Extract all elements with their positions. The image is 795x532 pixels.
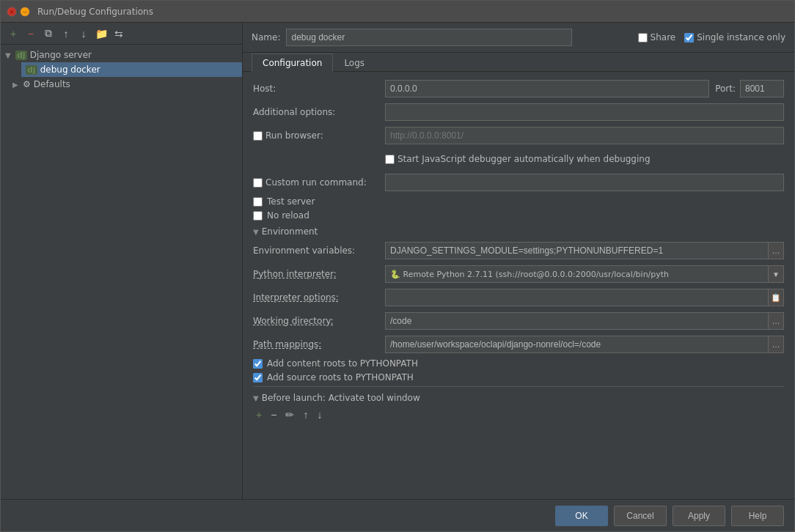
tabs-bar: Configuration Logs: [243, 53, 794, 72]
before-launch-arrow[interactable]: ▼: [253, 394, 259, 402]
copy-config-button[interactable]: ⧉: [40, 26, 56, 42]
before-launch-section: ▼ Before launch: Activate tool window + …: [253, 386, 784, 422]
run-browser-checkbox-label[interactable]: Run browser:: [253, 130, 385, 141]
custom-run-row: Custom run command:: [253, 173, 784, 192]
single-instance-checkbox-label[interactable]: Single instance only: [684, 32, 785, 43]
before-launch-header: ▼ Before launch: Activate tool window: [253, 393, 784, 403]
before-launch-down-button[interactable]: ↓: [314, 407, 325, 422]
python-interpreter-row: Python interpreter: 🐍 Remote Python 2.7.…: [253, 265, 784, 284]
js-debugger-label: Start JavaScript debugger automatically …: [398, 154, 651, 164]
add-content-roots-checkbox[interactable]: [253, 359, 263, 369]
cancel-button[interactable]: Cancel: [614, 506, 667, 526]
tree-group-header-django[interactable]: ▼ dj Django server: [1, 48, 242, 62]
path-mappings-edit-button[interactable]: …: [768, 336, 784, 353]
defaults-icon: ⚙: [23, 79, 31, 89]
path-mappings-row: Path mappings: …: [253, 335, 784, 354]
apply-button[interactable]: Apply: [673, 506, 725, 526]
additional-options-input[interactable]: [385, 103, 784, 121]
tab-logs[interactable]: Logs: [333, 53, 375, 72]
path-mappings-container: …: [385, 336, 784, 353]
defaults-arrow: ▶: [12, 81, 20, 89]
django-icon: dj: [15, 51, 27, 60]
move-up-button[interactable]: ↑: [58, 26, 74, 42]
env-variables-input[interactable]: [385, 242, 768, 259]
test-server-checkbox[interactable]: [253, 197, 263, 207]
title-bar-controls: × −: [7, 7, 30, 17]
working-directory-browse-button[interactable]: …: [768, 312, 784, 330]
path-mappings-input[interactable]: [385, 336, 768, 353]
working-directory-input[interactable]: [385, 312, 768, 330]
interpreter-options-button[interactable]: 📋: [768, 289, 784, 306]
host-input[interactable]: [385, 80, 709, 97]
interpreter-options-row: Interpreter options: 📋: [253, 288, 784, 307]
host-row: Host: Port:: [253, 79, 784, 98]
port-label: Port:: [715, 84, 736, 94]
run-browser-label: Run browser:: [265, 130, 323, 141]
no-reload-checkbox[interactable]: [253, 211, 263, 221]
custom-run-input[interactable]: [385, 174, 784, 191]
minimize-button[interactable]: −: [20, 7, 30, 17]
custom-run-label-container: Custom run command:: [253, 177, 385, 188]
add-source-roots-row: Add source roots to PYTHONPATH: [253, 372, 784, 383]
defaults-label: Defaults: [34, 79, 70, 89]
environment-arrow[interactable]: ▼: [253, 228, 259, 236]
additional-options-row: Additional options:: [253, 103, 784, 122]
tree-defaults[interactable]: ▶ ⚙ Defaults: [1, 77, 242, 92]
name-input[interactable]: [286, 29, 572, 46]
python-interpreter-label: Python interpreter:: [253, 269, 385, 279]
additional-options-label: Additional options:: [253, 107, 385, 117]
sidebar-tree: ▼ dj Django server dj debug docker ▶ ⚙ D…: [1, 45, 242, 499]
tree-expand-arrow: ▼: [5, 51, 12, 59]
before-launch-up-button[interactable]: ↑: [300, 407, 311, 422]
interpreter-options-input[interactable]: [385, 289, 768, 306]
port-input[interactable]: [740, 80, 784, 97]
env-variables-row: Environment variables: …: [253, 241, 784, 260]
add-content-roots-row: Add content roots to PYTHONPATH: [253, 358, 784, 369]
run-browser-input[interactable]: [385, 127, 784, 144]
interpreter-display: 🐍 Remote Python 2.7.11 (ssh://root@0.0.0…: [385, 265, 768, 283]
bottom-bar: OK Cancel Apply Help: [1, 499, 794, 531]
no-reload-row: No reload: [253, 210, 784, 221]
add-source-roots-checkbox[interactable]: [253, 373, 263, 383]
add-config-button[interactable]: +: [5, 26, 21, 42]
share-checkbox[interactable]: [638, 33, 648, 43]
no-reload-label: No reload: [267, 210, 309, 221]
share-checkbox-label[interactable]: Share: [638, 32, 676, 43]
ok-button[interactable]: OK: [555, 506, 608, 526]
environment-section: ▼ Environment: [253, 226, 784, 237]
before-launch-add-button[interactable]: +: [253, 407, 265, 422]
move-down-button[interactable]: ↓: [76, 26, 92, 42]
test-server-row: Test server: [253, 196, 784, 207]
name-label: Name:: [252, 32, 280, 43]
dialog-title: Run/Debug Configurations: [37, 7, 153, 17]
tree-item-label: debug docker: [40, 64, 100, 75]
sort-button[interactable]: ⇆: [111, 26, 127, 42]
tab-configuration[interactable]: Configuration: [252, 53, 333, 72]
debug-docker-icon: dj: [26, 65, 37, 75]
js-debugger-checkbox[interactable]: [385, 155, 395, 164]
add-source-roots-label: Add source roots to PYTHONPATH: [267, 372, 414, 383]
js-debugger-checkbox-label[interactable]: Start JavaScript debugger automatically …: [385, 154, 651, 164]
env-variables-edit-button[interactable]: …: [768, 242, 784, 259]
run-browser-checkbox[interactable]: [253, 131, 263, 141]
single-instance-checkbox[interactable]: [684, 33, 694, 43]
close-button[interactable]: ×: [7, 7, 17, 17]
before-launch-edit-button[interactable]: ✏: [282, 407, 297, 422]
title-bar: × − Run/Debug Configurations: [1, 1, 794, 23]
interpreter-dropdown-button[interactable]: ▼: [768, 265, 784, 283]
tree-item-debug-docker[interactable]: dj debug docker: [21, 62, 242, 77]
working-directory-container: …: [385, 312, 784, 330]
right-panel: Name: Share Single instance only Configu…: [243, 23, 794, 499]
main-content: + − ⧉ ↑ ↓ 📁 ⇆ ▼ dj Django server: [1, 23, 794, 499]
before-launch-remove-button[interactable]: −: [268, 407, 279, 422]
custom-run-checkbox-label[interactable]: Custom run command:: [253, 177, 385, 188]
folder-button[interactable]: 📁: [93, 26, 109, 42]
interpreter-options-container: 📋: [385, 289, 784, 306]
help-button[interactable]: Help: [731, 506, 784, 526]
host-label: Host:: [253, 84, 385, 94]
remove-config-button[interactable]: −: [23, 26, 39, 42]
custom-run-checkbox[interactable]: [253, 178, 263, 188]
test-server-label: Test server: [267, 196, 315, 207]
config-form: Host: Port: Additional options: Run br: [243, 72, 794, 499]
js-debugger-row: Start JavaScript debugger automatically …: [253, 149, 784, 169]
